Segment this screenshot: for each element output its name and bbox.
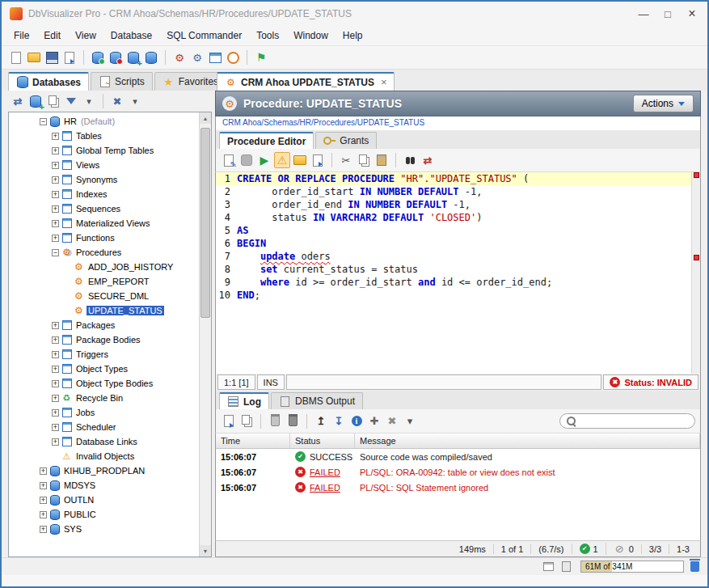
clear-log-icon[interactable] xyxy=(267,413,283,429)
tree-item-tables[interactable]: +Tables xyxy=(9,129,199,143)
table-data-icon[interactable] xyxy=(207,49,223,66)
close-button[interactable]: × xyxy=(680,3,704,24)
column-header-message[interactable]: Message xyxy=(355,434,700,448)
expand-icon[interactable]: + xyxy=(40,467,47,475)
expand-icon[interactable]: + xyxy=(52,162,59,169)
scroll-up-icon[interactable]: ▲ xyxy=(200,112,211,124)
menu-file[interactable]: File xyxy=(6,27,36,44)
menu-tools[interactable]: Tools xyxy=(249,27,286,44)
tree-item-indexes[interactable]: +Indexes xyxy=(9,187,199,201)
create-connection-icon[interactable] xyxy=(27,93,44,109)
collapse-icon[interactable]: − xyxy=(40,118,47,125)
code-line-6[interactable]: 6BEGIN xyxy=(216,237,691,250)
log-details-icon[interactable] xyxy=(348,413,365,429)
code-line-8[interactable]: 8 set current_status = status xyxy=(216,263,691,276)
garbage-collect-icon[interactable] xyxy=(690,561,699,572)
expand-icon[interactable]: + xyxy=(52,147,59,154)
column-header-status[interactable]: Status xyxy=(290,434,355,448)
paste-icon[interactable] xyxy=(373,152,390,168)
find-replace-icon[interactable] xyxy=(402,152,418,168)
connect-database-icon[interactable] xyxy=(90,49,106,66)
export-icon[interactable] xyxy=(61,49,78,66)
copy-icon[interactable] xyxy=(356,152,372,168)
run-script-icon[interactable] xyxy=(253,49,269,66)
tree-item-database-links[interactable]: +Database Links xyxy=(9,434,199,449)
log-search-box[interactable] xyxy=(559,413,695,429)
grid-indicator-icon[interactable] xyxy=(540,559,556,575)
expand-icon[interactable]: + xyxy=(52,176,59,184)
load-from-file-icon[interactable] xyxy=(292,152,308,168)
export-log-icon[interactable] xyxy=(221,413,237,429)
disconnect-database-icon[interactable] xyxy=(108,49,124,66)
tree-item-outln[interactable]: +OUTLN xyxy=(9,493,199,507)
tree-item-object-types[interactable]: +Object Types xyxy=(9,362,199,376)
log-row[interactable]: 15:06:07FAILEDPL/SQL: SQL Statement igno… xyxy=(216,480,700,495)
row-indicator-icon[interactable] xyxy=(558,559,574,575)
tab-procedure-editor[interactable]: Procedure Editor xyxy=(219,132,314,149)
expand-icon[interactable]: + xyxy=(52,395,59,402)
export-procedure-icon[interactable] xyxy=(310,152,326,168)
expand-icon[interactable]: + xyxy=(52,380,59,387)
navigate-connections-icon[interactable] xyxy=(10,93,26,109)
tree-item-synonyms[interactable]: +Synonyms xyxy=(9,172,199,187)
expand-icon[interactable]: + xyxy=(52,235,59,242)
tree-scrollbar[interactable]: ▲ ▼ xyxy=(199,112,211,556)
tree-item-invalid-objects[interactable]: Invalid Objects xyxy=(9,449,199,463)
cut-icon[interactable] xyxy=(338,152,354,168)
minimize-button[interactable]: — xyxy=(631,3,656,24)
code-line-9[interactable]: 9 where id >= order_id_start and id <= o… xyxy=(216,276,691,289)
tree-item-secure-dml[interactable]: SECURE_DML xyxy=(9,289,199,303)
tab-close-icon[interactable]: × xyxy=(381,76,387,88)
code-line-7[interactable]: 7 update oders xyxy=(216,250,691,263)
open-file-icon[interactable] xyxy=(26,49,42,66)
log-options-icon[interactable] xyxy=(402,413,418,429)
tree-item-recycle-bin[interactable]: +Recycle Bin xyxy=(9,391,199,405)
log-row[interactable]: 15:06:07FAILEDPL/SQL: ORA-00942: table o… xyxy=(216,464,700,480)
menu-sql-commander[interactable]: SQL Commander xyxy=(159,27,249,44)
filter-options-icon[interactable] xyxy=(81,93,97,109)
tab-crm-ahoa-update-status[interactable]: CRM Ahoa UPDATE_STATUS × xyxy=(217,72,395,91)
tree-item-global-temp-tables[interactable]: +Global Temp Tables xyxy=(9,143,199,158)
tab-log[interactable]: Log xyxy=(219,392,269,409)
tab-grants[interactable]: Grants xyxy=(315,132,377,149)
remove-entries-icon[interactable] xyxy=(285,413,301,429)
expand-icon[interactable]: + xyxy=(40,511,47,518)
tree-item-emp-report[interactable]: EMP_REPORT xyxy=(9,274,199,289)
maximize-button[interactable]: □ xyxy=(656,3,680,24)
expand-icon[interactable]: + xyxy=(52,220,59,227)
tool-properties-icon[interactable] xyxy=(171,49,188,66)
compare-icon[interactable] xyxy=(420,152,436,168)
tree-item-views[interactable]: +Views xyxy=(9,158,199,172)
driver-manager-icon[interactable] xyxy=(189,49,205,66)
tree-item-functions[interactable]: +Functions xyxy=(9,231,199,245)
tree-item-sys[interactable]: +SYS xyxy=(9,522,199,536)
menu-help[interactable]: Help xyxy=(336,27,370,44)
menu-window[interactable]: Window xyxy=(286,27,336,44)
scrollbar-track[interactable] xyxy=(200,124,211,545)
code-line-3[interactable]: 3 order_id_end IN NUMBER DEFAULT -1, xyxy=(216,198,691,211)
expand-icon[interactable]: + xyxy=(40,497,47,504)
code-line-5[interactable]: 5AS xyxy=(216,224,691,237)
scheduler-icon[interactable] xyxy=(225,49,241,66)
filter-icon[interactable] xyxy=(63,93,79,109)
tree-item-jobs[interactable]: +Jobs xyxy=(9,405,199,420)
expand-icon[interactable]: + xyxy=(52,409,59,417)
tree-item-sequences[interactable]: +Sequences xyxy=(9,201,199,216)
code-line-10[interactable]: 10END; xyxy=(216,289,691,302)
code-editor[interactable]: 1CREATE OR REPLACE PROCEDURE "HR"."UPDAT… xyxy=(215,172,701,374)
disconnect-all-icon[interactable] xyxy=(109,93,125,109)
error-marker[interactable] xyxy=(694,172,699,178)
code-line-2[interactable]: 2 order_id_start IN NUMBER DEFAULT -1, xyxy=(216,185,691,198)
execute-icon[interactable] xyxy=(256,152,272,168)
expand-icon[interactable]: + xyxy=(40,526,47,533)
tree-item-package-bodies[interactable]: +Package Bodies xyxy=(9,332,199,347)
tree-item-add-job-history[interactable]: ADD_JOB_HISTORY xyxy=(9,260,199,274)
scroll-to-top-icon[interactable] xyxy=(313,413,329,429)
create-folder-icon[interactable] xyxy=(45,93,61,109)
expand-icon[interactable]: + xyxy=(52,133,59,140)
search-input[interactable] xyxy=(580,417,688,426)
reconnect-database-icon[interactable] xyxy=(143,49,159,66)
expand-icon[interactable]: + xyxy=(52,191,59,198)
clear-search-icon[interactable] xyxy=(384,413,400,429)
add-connection-icon[interactable] xyxy=(125,49,141,66)
